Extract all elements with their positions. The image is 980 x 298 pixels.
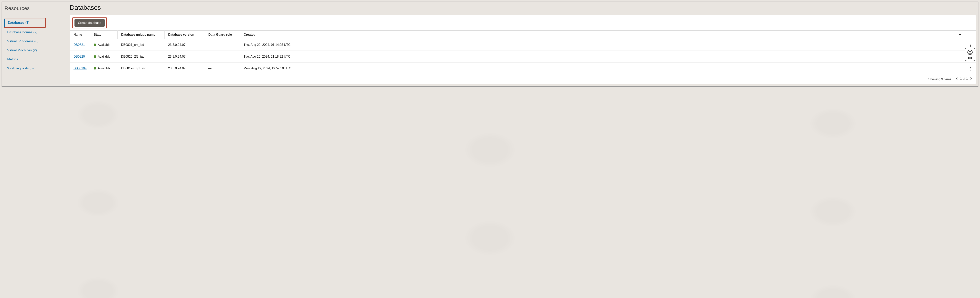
page-next-icon[interactable]	[970, 77, 972, 80]
showing-text: Showing 3 items	[928, 78, 951, 81]
col-header-unique-name[interactable]: Database unique name	[118, 30, 165, 39]
dg-role-cell: —	[205, 62, 240, 74]
status-dot-icon	[94, 67, 96, 70]
page-indicator: 1 of 1	[960, 77, 968, 81]
page-prev-icon[interactable]	[956, 77, 958, 80]
state-text: Available	[98, 55, 111, 58]
databases-table: Name State Database unique name Database…	[70, 30, 976, 84]
db-name-link[interactable]: DB0821	[73, 43, 85, 46]
db-name-link[interactable]: DB0820	[73, 55, 85, 58]
sidebar-item-database-homes[interactable]: Database homes (2)	[4, 29, 66, 36]
apps-grid-icon[interactable]	[968, 56, 972, 60]
svg-line-5	[971, 53, 972, 54]
created-cell: Mon, Aug 19, 2024, 19:57:50 UTC	[240, 62, 969, 74]
version-cell: 23.5.0.24.07	[165, 62, 205, 74]
app-frame: Resources Databases (3) Database homes (…	[2, 2, 978, 87]
state-cell: Available	[90, 51, 118, 62]
help-widget[interactable]	[965, 48, 975, 61]
version-cell: 23.5.0.24.07	[165, 39, 205, 51]
toolbar: Create database	[70, 15, 976, 30]
sort-desc-icon[interactable]	[959, 34, 961, 35]
page-title: Databases	[70, 4, 976, 11]
db-name-link[interactable]: DB0819a	[73, 67, 87, 70]
sidebar-item-databases-highlight: Databases (3)	[4, 18, 46, 28]
state-text: Available	[98, 43, 111, 46]
pager: 1 of 1	[956, 77, 972, 81]
sidebar-item-virtual-machines[interactable]: Virtual Machines (2)	[4, 46, 66, 54]
svg-rect-7	[970, 57, 970, 58]
status-dot-icon	[94, 55, 96, 58]
col-header-state[interactable]: State	[90, 30, 118, 39]
table-footer: Showing 3 items 1 of 1	[70, 74, 976, 84]
sidebar-title: Resources	[4, 5, 66, 16]
svg-line-2	[968, 51, 969, 52]
databases-panel: Create database Name State Database uniq…	[70, 15, 976, 84]
dg-role-cell: —	[205, 51, 240, 62]
create-database-button[interactable]: Create database	[75, 19, 105, 27]
sidebar-item-work-requests[interactable]: Work requests (5)	[4, 65, 66, 72]
row-actions-menu[interactable]	[970, 43, 972, 48]
svg-rect-11	[971, 59, 972, 59]
state-cell: Available	[90, 39, 118, 51]
svg-line-4	[968, 53, 969, 54]
svg-rect-6	[968, 57, 969, 58]
row-actions-menu[interactable]	[970, 67, 972, 71]
col-header-name[interactable]: Name	[70, 30, 90, 39]
sidebar: Resources Databases (3) Database homes (…	[2, 2, 67, 86]
col-header-created[interactable]: Created	[240, 30, 969, 39]
create-database-highlight: Create database	[72, 17, 107, 29]
svg-rect-8	[971, 57, 972, 58]
svg-rect-10	[970, 59, 970, 59]
main-content: Databases Create database Name State Dat…	[67, 2, 978, 86]
table-header-row: Name State Database unique name Database…	[70, 30, 976, 39]
svg-rect-9	[968, 59, 969, 59]
created-cell: Tue, Aug 20, 2024, 21:18:52 UTC	[240, 51, 969, 62]
col-header-version[interactable]: Database version	[165, 30, 205, 39]
created-cell: Thu, Aug 22, 2024, 01:14:25 UTC	[240, 39, 969, 51]
dg-role-cell: —	[205, 39, 240, 51]
state-cell: Available	[90, 62, 118, 74]
col-header-created-label: Created	[243, 33, 255, 36]
status-dot-icon	[94, 43, 96, 46]
unique-name-cell: DB0819a_qhf_iad	[118, 62, 165, 74]
version-cell: 23.5.0.24.07	[165, 51, 205, 62]
state-text: Available	[98, 67, 111, 70]
life-ring-icon[interactable]	[967, 49, 973, 55]
sidebar-item-virtual-ip[interactable]: Virtual IP address (0)	[4, 37, 66, 45]
table-row: DB0821 Available DB0821_ckt_iad 23.5.0.2…	[70, 39, 976, 51]
svg-point-1	[969, 51, 971, 54]
col-header-dg-role[interactable]: Data Guard role	[205, 30, 240, 39]
table-row: DB0820 Available DB0820_2f7_iad 23.5.0.2…	[70, 51, 976, 62]
sidebar-list: Databases (3) Database homes (2) Virtual…	[4, 18, 66, 72]
svg-line-3	[971, 51, 972, 52]
sidebar-item-databases[interactable]: Databases (3)	[4, 19, 32, 27]
table-row: DB0819a Available DB0819a_qhf_iad 23.5.0…	[70, 62, 976, 74]
unique-name-cell: DB0820_2f7_iad	[118, 51, 165, 62]
sidebar-item-metrics[interactable]: Metrics	[4, 55, 66, 63]
col-header-actions	[969, 30, 976, 39]
unique-name-cell: DB0821_ckt_iad	[118, 39, 165, 51]
